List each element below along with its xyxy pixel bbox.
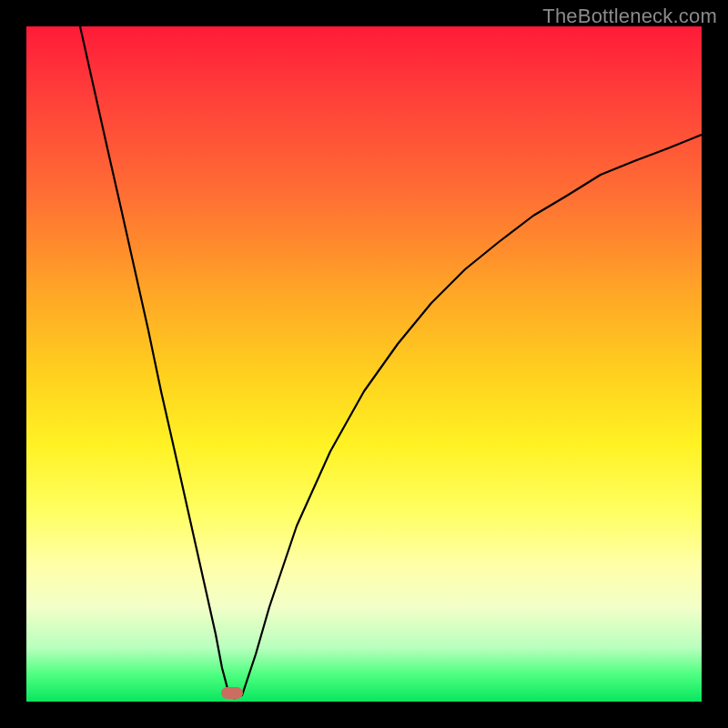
watermark-text: TheBottleneck.com <box>542 5 717 28</box>
optimal-marker <box>221 687 243 699</box>
plot-area <box>26 26 702 702</box>
curve-path <box>80 26 702 698</box>
bottleneck-curve <box>26 26 702 702</box>
chart-frame: TheBottleneck.com <box>0 0 728 728</box>
